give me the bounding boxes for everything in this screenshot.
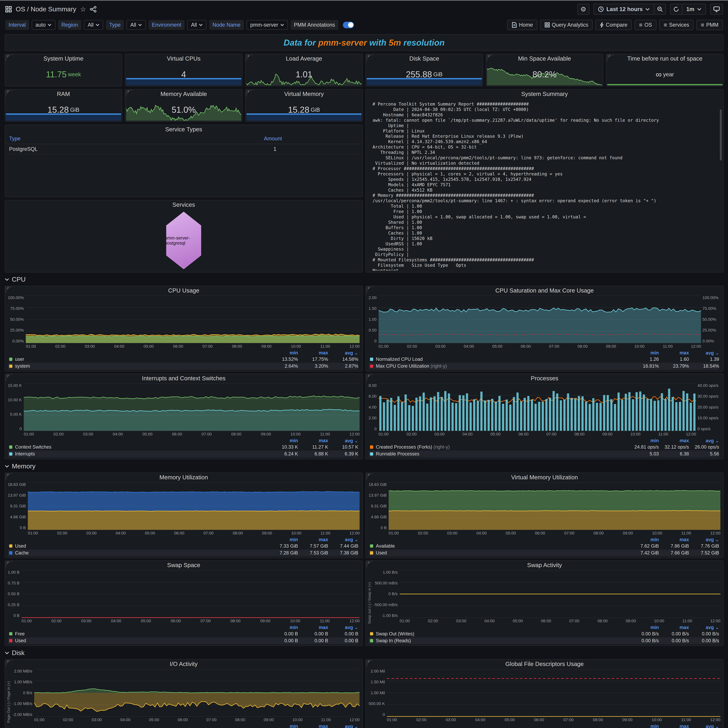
plot-area[interactable] [34,669,360,717]
axis-tick: 02:00 [407,344,417,349]
plot-area[interactable] [21,570,360,618]
plot-area[interactable] [26,295,360,344]
legend-row[interactable]: Cache7.28 GiB7.53 GiB7.38 GiB [8,549,358,556]
axis-tick: 08:00 [231,432,241,437]
pmm-annotations-toggle[interactable] [343,22,354,28]
panel-system-summary: System Summary # Percona Toolkit System … [365,89,723,272]
plot-area[interactable] [379,295,701,344]
panel-ram: i RAM 15.28GiB [5,89,123,122]
column-header-type[interactable]: Type [5,136,184,142]
y-axis: 18.63 GiB13.97 GiB9.31 GiB4.66 GiB0 B [6,482,28,536]
axis-tick: 09:00 [264,717,274,723]
right-y-axis: 40.00 ops/s30.00 ops/s20.00 ops/s10.00 o… [696,383,720,437]
legend-row[interactable]: Available7.62 GiB7.86 GiB7.76 GiB [369,543,719,549]
filter-value-environment[interactable]: All [187,20,207,30]
legend-row[interactable]: Swap Out (Writes)0.00 B/s0.00 B/s0.00 B/… [369,630,719,637]
y-axis: 8.006.004.002.000 [367,383,379,437]
axis-tick: 10:00 [630,432,641,437]
nav-button-home[interactable]: Home [507,20,538,30]
time-range-label: Last 12 hours [607,6,643,12]
legend-row[interactable]: Used7.33 GiB7.57 GiB7.44 GiB [8,543,358,549]
time-range-picker[interactable]: Last 12 hours [593,4,654,15]
dashboard-title: Data for pmm-server with 5m resolution [284,38,444,47]
legend-row[interactable]: system2.64%3.20%2.87% [8,363,358,370]
axis-tick: 11:00 [658,432,668,437]
legend-row[interactable]: Runnable Processes5.036.385.56 [369,451,719,457]
legend-row[interactable]: Free0.00 B0.00 B0.00 B [8,630,358,637]
refresh-button[interactable] [670,4,682,15]
section-header-memory[interactable]: Memory [5,461,724,471]
nav-button-os[interactable]: ≡OS [635,20,656,30]
series-label: system [15,363,268,369]
chevron-down-icon [280,24,284,26]
axis-tick: 0 [374,427,377,431]
axis-tick: 04:00 [463,432,473,437]
legend-value: 7.33 GiB [268,543,298,549]
axis-tick: 04:00 [120,717,130,723]
series-label: Interrupts [15,451,268,457]
zoom-out-button[interactable] [654,4,666,15]
filter-value-node-name[interactable]: pmm-server [247,20,288,30]
legend-row[interactable]: Interrupts6.24 K6.88 K6.39 K [8,451,358,457]
x-axis: 01:0002:0003:0004:0005:0006:0007:0008:00… [34,717,360,723]
panel-swap-activity: iSwap ActivitySwap out (-) / Swap in (+)… [365,560,723,646]
legend-row[interactable]: Used0.00 B0.00 B0.00 B [8,637,358,644]
plot-area[interactable] [389,482,720,530]
stat-value: 15.28GiB [5,98,122,121]
axis-tick: 12:00 [710,531,720,536]
axis-tick: 08:00 [578,344,588,349]
axis-tick: 07:00 [202,432,212,437]
panel-title: Interrupts and Context Switches [5,374,362,382]
nav-button-compare[interactable]: Compare [595,20,632,30]
legend-value: 26.00 ops/s [689,444,719,450]
series-color-swatch [370,632,373,636]
plot-area[interactable] [28,482,360,530]
plot-area[interactable] [379,383,696,431]
nav-button-query-analytics[interactable]: Query Analytics [540,20,593,30]
legend-row[interactable]: Context Switches10.33 K11.27 K10.57 K [8,444,358,451]
panel-title: Load Average [246,54,362,63]
share-icon[interactable] [90,6,97,12]
filter-value-type[interactable]: All [126,20,146,30]
kiosk-mode-button[interactable] [710,4,723,15]
axis-tick: 03:00 [81,619,91,624]
legend-row[interactable]: Max CPU Core Utilization (right-y)16.81%… [369,363,719,370]
column-header-amount[interactable]: Amount [184,136,362,142]
axis-tick: 0 B [14,613,20,618]
refresh-interval-picker[interactable]: 1m [682,4,706,15]
section-header-disk[interactable]: Disk [5,648,724,658]
series-label: Used [15,638,268,644]
dashboard-settings-button[interactable]: ⚙ [577,4,590,15]
plot-area[interactable] [400,570,720,618]
legend-value: 17.75% [298,356,328,362]
series-color-swatch [370,445,373,449]
legend-row[interactable]: user13.52%17.75%14.58% [8,356,358,363]
legend-row[interactable]: Swap In (Reads)0.00 B/s0.00 B/s0.00 B/s [369,637,719,644]
service-node-hexagon[interactable]: pmm-server-postgresql [165,212,203,269]
nav-button-services[interactable]: ≡Services [659,20,694,30]
axis-tick: 0.25 B [8,603,20,607]
axis-tick: 12:00 [710,619,720,624]
star-icon[interactable]: ☆ [80,5,86,13]
legend-row[interactable]: Used7.42 GiB7.66 GiB7.52 GiB [369,549,719,556]
axis-tick: 1.00 B [8,570,20,575]
section-header-cpu[interactable]: CPU [5,275,724,284]
legend-value: 6.88 K [298,451,328,457]
axis-tick: 15.00 K [8,383,22,388]
filter-value-interval[interactable]: auto [32,20,55,30]
legend-header: minmaxavg ⌄ [8,350,358,356]
axis-tick: 11:00 [320,344,330,349]
scrollbar-thumb[interactable] [720,109,722,161]
x-axis: 01:0002:0003:0004:0005:0006:0007:0008:00… [387,717,720,723]
filter-value-region[interactable]: All [84,20,103,30]
nav-button-pmm[interactable]: ≡PMM [696,20,723,30]
series-color-swatch [370,551,373,555]
panel-title: Memory Utilization [5,473,362,482]
legend-value: 16.81% [629,363,659,369]
breadcrumb[interactable]: OS / Node Summary ☆ [5,5,97,13]
legend-row[interactable]: Created Processes (Forks) (right-y)24.81… [369,444,719,451]
legend-row[interactable]: Normalized CPU Load1.261.601.39 [369,356,719,363]
plot-area[interactable] [24,383,360,431]
axis-tick: 09:00 [602,432,613,437]
plot-area[interactable] [387,669,720,717]
